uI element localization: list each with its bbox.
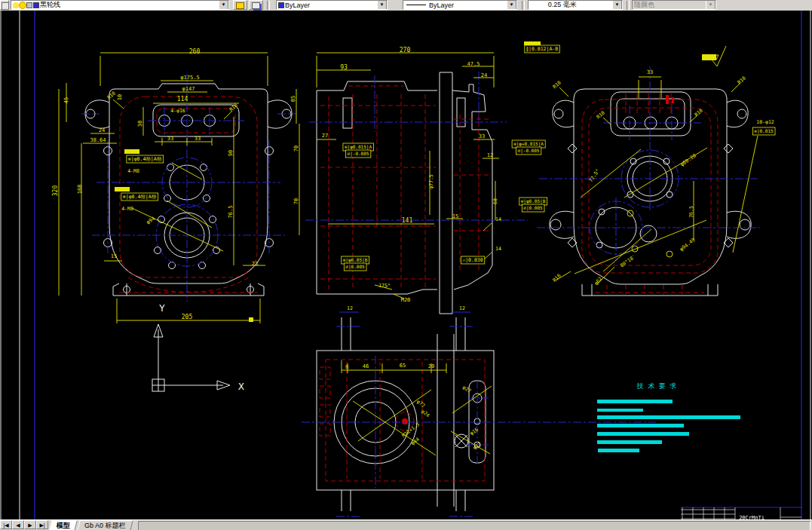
- dim-label: 114: [177, 96, 188, 103]
- tech-req-text-line: [597, 400, 673, 403]
- dim-label: 14: [495, 246, 501, 252]
- current-layer-name: 黑轮线: [40, 0, 60, 10]
- dim-label: 4-φ16: [170, 108, 185, 114]
- make-current-icon: [236, 2, 244, 9]
- current-lineweight-value: 0.25 毫米: [548, 0, 577, 10]
- dim-label: φ44: [410, 437, 421, 447]
- dim-label: 10-φ12: [756, 119, 774, 125]
- toolbar-separator: [627, 1, 630, 10]
- surface-finish-symbol: [702, 46, 726, 66]
- tab-layout-gb-a0[interactable]: Gb A0 标题栏: [77, 520, 133, 530]
- toolbar-separator: [267, 1, 270, 10]
- lineweight-combo[interactable]: 0.25 毫米 ▼: [528, 0, 623, 10]
- dim-label: 270: [400, 47, 411, 54]
- dim-label: 141: [402, 217, 413, 224]
- chevron-down-icon[interactable]: ▼: [377, 0, 387, 10]
- current-color-value: ByLayer: [285, 2, 310, 9]
- dim-label: 4-M8: [121, 206, 133, 212]
- tech-req-text-line: [597, 409, 643, 412]
- tech-requirements-block: [597, 400, 740, 452]
- last-tab-icon: ▶|: [39, 522, 44, 528]
- dim-label: ⊕|φ+0.015|A: [513, 141, 544, 147]
- dim-label: 33: [647, 69, 653, 75]
- current-plotstyle-value: 随颜色: [634, 0, 654, 10]
- current-color-swatch: [278, 2, 284, 8]
- layer-color-swatch: [33, 2, 39, 8]
- side-section-view: [305, 41, 541, 314]
- datum-callout: ∥|0.012|A-B: [526, 46, 558, 52]
- dim-label: 8: [345, 364, 348, 370]
- dim-label: 12: [487, 152, 493, 158]
- tab-model[interactable]: 模型: [49, 520, 77, 530]
- dim-label: 175°: [378, 283, 391, 289]
- horizontal-scrollbar-track[interactable]: [138, 521, 810, 530]
- prev-tab-button[interactable]: ◀: [12, 520, 24, 529]
- first-tab-icon: |◀: [3, 522, 8, 528]
- layer-freeze-sun-icon: [20, 2, 26, 8]
- dim-label: φ60.28: [679, 152, 697, 167]
- dim-label: 14: [495, 216, 501, 222]
- chevron-down-icon[interactable]: ▼: [507, 0, 516, 10]
- dim-label: ⌀|0.005: [345, 264, 365, 270]
- make-object-layer-current-button[interactable]: [233, 0, 247, 10]
- toolbar-separator: [522, 1, 525, 10]
- ucs-x-label: X: [238, 381, 244, 392]
- dim-label: 38.64: [90, 137, 106, 143]
- dim-label: φ94: [146, 216, 156, 225]
- prev-tab-icon: ◀: [16, 522, 20, 528]
- linetype-combo[interactable]: ByLayer ▼: [403, 0, 517, 10]
- dim-label: ⊕|φ0.4Ⓜ|AⓂ: [123, 194, 157, 200]
- dim-label: 260: [189, 48, 201, 55]
- model-space-canvas[interactable]: 260φ175.5φ147114384-φ1633332438.644510R1…: [0, 11, 812, 519]
- layer-lock-icon: [26, 2, 32, 8]
- layer-previous-button[interactable]: [249, 0, 263, 10]
- dim-label: ⌀|0.005: [523, 205, 543, 211]
- dim-label: 65: [400, 363, 406, 369]
- dim-label: ⊕|0.015: [754, 128, 774, 134]
- ucs-icon: [152, 324, 230, 391]
- dim-label: R16: [552, 273, 562, 283]
- chevron-down-icon[interactable]: ▼: [612, 0, 622, 10]
- tech-req-text-line: [597, 415, 740, 419]
- dim-label: ▱|0.030: [462, 257, 483, 263]
- dim-label: 80°18′: [619, 253, 637, 268]
- dim-label: 76.5: [688, 206, 694, 218]
- first-tab-button[interactable]: |◀: [0, 520, 12, 529]
- dim-label: 205: [182, 314, 193, 320]
- dim-label: 38: [137, 121, 143, 127]
- dim-label: ⊕|φ0.4Ⓜ|AⓂ: [128, 156, 162, 162]
- last-tab-button[interactable]: ▶|: [36, 520, 48, 529]
- tech-req-text-line: [597, 424, 684, 427]
- layout-tab-bar: |◀ ◀ ▶ ▶| 模型 Gb A0 标题栏: [0, 519, 812, 530]
- dim-label: 4-M8: [127, 168, 139, 174]
- layer-combo[interactable]: 黑轮线 ▼: [11, 0, 229, 10]
- dim-label: 70: [293, 146, 299, 152]
- dim-label: R10: [106, 90, 117, 101]
- dim-label: 90: [228, 150, 234, 156]
- linetype-preview-icon: [406, 5, 426, 5]
- dim-label: 93: [340, 64, 348, 71]
- color-combo[interactable]: ByLayer ▼: [276, 0, 388, 10]
- dim-label: 15: [111, 253, 117, 259]
- chevron-down-icon: ▼: [706, 0, 715, 10]
- dim-label: R10: [737, 75, 747, 86]
- plotstyle-combo: 随颜色 ▼: [632, 0, 716, 10]
- layer-manager-button[interactable]: [0, 0, 9, 10]
- front-view: [59, 53, 299, 323]
- dim-label: 33: [167, 136, 173, 142]
- dim-label: 27: [322, 133, 328, 139]
- dim-label: ⊕|φ0.05|B: [521, 198, 546, 204]
- layer-properties-toolbar: 黑轮线 ▼ ByLayer ▼ ByLayer ▼ 0.25 毫米 ▼ 随颜色 …: [0, 0, 812, 11]
- layer-on-bulb-icon: [13, 2, 19, 8]
- dim-label: M20: [401, 297, 411, 303]
- chevron-down-icon[interactable]: ▼: [219, 0, 228, 10]
- dim-label: 68: [492, 198, 498, 204]
- dim-label: 24: [99, 127, 105, 133]
- dim-label: ⊕|φ0.015|A: [345, 144, 372, 150]
- next-tab-button[interactable]: ▶: [24, 520, 36, 529]
- dim-label: 20: [428, 363, 434, 369]
- tech-req-text-line: [598, 449, 639, 452]
- dim-label: 12: [347, 305, 353, 311]
- dim-label: 24: [481, 72, 487, 78]
- dim-label: φ72: [415, 399, 426, 409]
